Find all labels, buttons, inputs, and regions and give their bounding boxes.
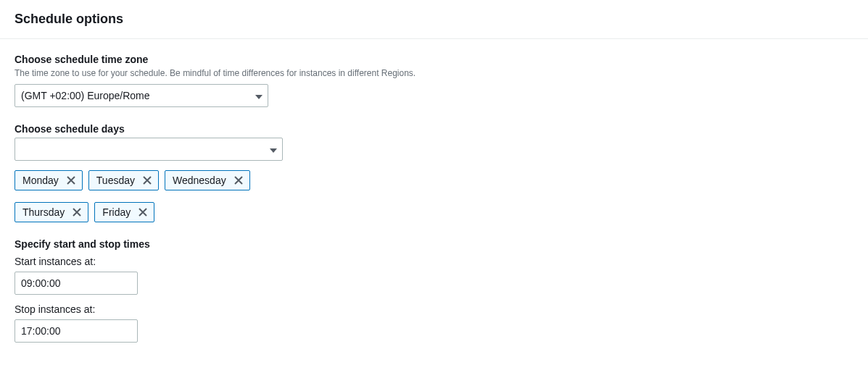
timezone-field: Choose schedule time zone The time zone … <box>15 54 853 107</box>
selected-days-tags: Monday Tuesday Wednesday Thursday <box>15 170 853 222</box>
tag-label: Thursday <box>22 206 65 218</box>
panel-header: Schedule options <box>0 0 868 39</box>
tag-thursday: Thursday <box>15 202 88 222</box>
stop-time-label: Stop instances at: <box>15 303 853 315</box>
tag-label: Tuesday <box>96 175 135 186</box>
tag-tuesday: Tuesday <box>88 170 159 190</box>
timezone-description: The time zone to use for your schedule. … <box>15 68 853 78</box>
close-icon[interactable] <box>66 175 76 185</box>
times-label: Specify start and stop times <box>15 238 853 250</box>
close-icon[interactable] <box>233 175 244 185</box>
start-time-input[interactable] <box>15 272 138 295</box>
start-time-label: Start instances at: <box>15 256 853 267</box>
start-time-group: Start instances at: <box>15 256 853 295</box>
close-icon[interactable] <box>138 207 148 217</box>
timezone-select-value: (GMT +02:00) Europe/Rome <box>15 84 268 107</box>
panel-content: Choose schedule time zone The time zone … <box>0 39 868 365</box>
timezone-label: Choose schedule time zone <box>15 54 853 65</box>
days-label: Choose schedule days <box>15 123 853 135</box>
stop-time-input[interactable] <box>15 319 138 343</box>
stop-time-group: Stop instances at: <box>15 303 853 343</box>
tag-label: Monday <box>22 175 59 186</box>
page-title: Schedule options <box>15 12 853 27</box>
times-field: Specify start and stop times Start insta… <box>15 238 853 343</box>
tag-label: Wednesday <box>173 175 226 186</box>
tag-monday: Monday <box>15 170 83 190</box>
days-select-value <box>15 138 283 161</box>
tag-friday: Friday <box>94 202 154 222</box>
tag-wednesday: Wednesday <box>165 170 250 190</box>
tag-label: Friday <box>102 206 131 218</box>
days-field: Choose schedule days Monday Tuesday We <box>15 123 853 222</box>
close-icon[interactable] <box>72 207 82 217</box>
close-icon[interactable] <box>142 175 152 185</box>
timezone-select[interactable]: (GMT +02:00) Europe/Rome <box>15 84 268 107</box>
days-select[interactable] <box>15 138 283 161</box>
